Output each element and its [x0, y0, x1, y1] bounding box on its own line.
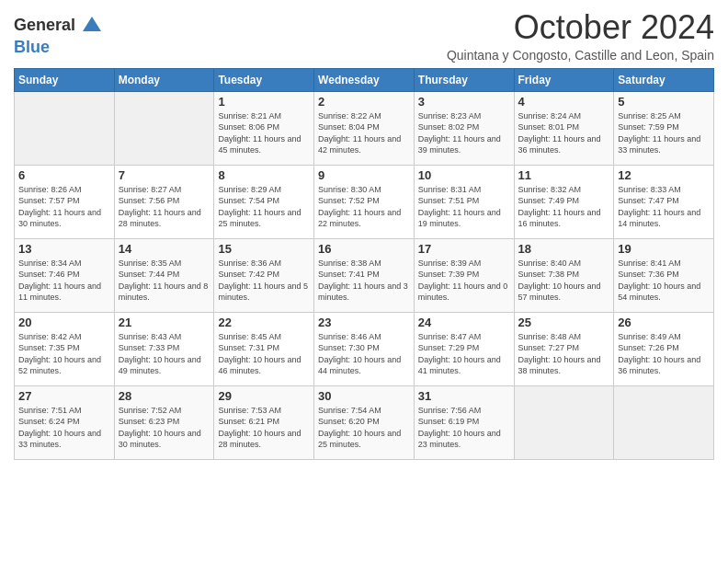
day-info: Sunrise: 8:35 AM Sunset: 7:44 PM Dayligh… — [119, 258, 210, 304]
day-info: Sunrise: 8:25 AM Sunset: 7:59 PM Dayligh… — [618, 110, 710, 156]
day-cell: 18Sunrise: 8:40 AM Sunset: 7:38 PM Dayli… — [514, 238, 614, 312]
day-info: Sunrise: 8:29 AM Sunset: 7:54 PM Dayligh… — [218, 184, 310, 230]
calendar-title: October 2024 — [447, 9, 714, 46]
day-cell: 8Sunrise: 8:29 AM Sunset: 7:54 PM Daylig… — [214, 165, 314, 238]
day-cell: 4Sunrise: 8:24 AM Sunset: 8:01 PM Daylig… — [514, 91, 614, 165]
week-row-3: 13Sunrise: 8:34 AM Sunset: 7:46 PM Dayli… — [15, 238, 714, 312]
calendar-page: General Blue October 2024 Quintana y Con… — [0, 0, 728, 563]
day-number: 18 — [518, 242, 610, 256]
day-info: Sunrise: 8:22 AM Sunset: 8:04 PM Dayligh… — [318, 110, 410, 156]
day-number: 8 — [218, 168, 310, 182]
col-friday: Friday — [514, 68, 614, 91]
day-info: Sunrise: 8:23 AM Sunset: 8:02 PM Dayligh… — [418, 110, 510, 156]
day-cell: 20Sunrise: 8:42 AM Sunset: 7:35 PM Dayli… — [15, 312, 115, 385]
day-cell: 17Sunrise: 8:39 AM Sunset: 7:39 PM Dayli… — [414, 238, 514, 312]
day-cell — [514, 385, 614, 459]
day-info: Sunrise: 8:34 AM Sunset: 7:46 PM Dayligh… — [18, 258, 110, 304]
day-number: 26 — [618, 316, 710, 329]
logo: General Blue — [14, 13, 105, 57]
day-info: Sunrise: 8:31 AM Sunset: 7:51 PM Dayligh… — [418, 184, 510, 230]
day-number: 9 — [318, 168, 410, 182]
day-cell: 27Sunrise: 7:51 AM Sunset: 6:24 PM Dayli… — [15, 385, 115, 459]
day-cell: 25Sunrise: 8:48 AM Sunset: 7:27 PM Dayli… — [514, 312, 614, 385]
day-number: 2 — [318, 95, 410, 109]
day-number: 1 — [218, 95, 310, 109]
day-cell: 15Sunrise: 8:36 AM Sunset: 7:42 PM Dayli… — [214, 238, 314, 312]
header-row: Sunday Monday Tuesday Wednesday Thursday… — [15, 68, 714, 91]
title-block: October 2024 Quintana y Congosto, Castil… — [447, 9, 714, 63]
day-cell: 19Sunrise: 8:41 AM Sunset: 7:36 PM Dayli… — [614, 238, 714, 312]
day-cell: 13Sunrise: 8:34 AM Sunset: 7:46 PM Dayli… — [15, 238, 115, 312]
day-cell: 6Sunrise: 8:26 AM Sunset: 7:57 PM Daylig… — [15, 165, 115, 238]
day-number: 29 — [218, 389, 310, 403]
day-info: Sunrise: 8:43 AM Sunset: 7:33 PM Dayligh… — [119, 331, 210, 377]
day-info: Sunrise: 8:33 AM Sunset: 7:47 PM Dayligh… — [618, 184, 710, 230]
day-number: 25 — [518, 316, 610, 329]
day-number: 22 — [218, 316, 310, 329]
day-number: 3 — [418, 95, 510, 109]
day-cell: 7Sunrise: 8:27 AM Sunset: 7:56 PM Daylig… — [114, 165, 214, 238]
day-number: 14 — [119, 242, 210, 256]
day-number: 30 — [318, 389, 410, 403]
week-row-4: 20Sunrise: 8:42 AM Sunset: 7:35 PM Dayli… — [15, 312, 714, 385]
day-number: 4 — [518, 95, 610, 109]
day-info: Sunrise: 7:56 AM Sunset: 6:19 PM Dayligh… — [418, 405, 510, 451]
day-number: 16 — [318, 242, 410, 256]
day-info: Sunrise: 8:46 AM Sunset: 7:30 PM Dayligh… — [318, 331, 410, 377]
col-thursday: Thursday — [414, 68, 514, 91]
logo-icon — [79, 13, 105, 39]
day-info: Sunrise: 7:54 AM Sunset: 6:20 PM Dayligh… — [318, 405, 410, 451]
day-cell: 23Sunrise: 8:46 AM Sunset: 7:30 PM Dayli… — [314, 312, 415, 385]
week-row-5: 27Sunrise: 7:51 AM Sunset: 6:24 PM Dayli… — [15, 385, 714, 459]
day-info: Sunrise: 8:27 AM Sunset: 7:56 PM Dayligh… — [119, 184, 210, 230]
day-number: 20 — [18, 316, 110, 329]
day-cell: 31Sunrise: 7:56 AM Sunset: 6:19 PM Dayli… — [414, 385, 514, 459]
day-number: 24 — [418, 316, 510, 329]
day-cell: 9Sunrise: 8:30 AM Sunset: 7:52 PM Daylig… — [314, 165, 415, 238]
day-number: 5 — [618, 95, 710, 109]
day-cell: 1Sunrise: 8:21 AM Sunset: 8:06 PM Daylig… — [214, 91, 314, 165]
day-info: Sunrise: 7:52 AM Sunset: 6:23 PM Dayligh… — [119, 405, 210, 451]
day-info: Sunrise: 7:51 AM Sunset: 6:24 PM Dayligh… — [18, 405, 110, 451]
day-info: Sunrise: 8:40 AM Sunset: 7:38 PM Dayligh… — [518, 258, 610, 304]
day-info: Sunrise: 8:39 AM Sunset: 7:39 PM Dayligh… — [418, 258, 510, 304]
day-cell: 10Sunrise: 8:31 AM Sunset: 7:51 PM Dayli… — [414, 165, 514, 238]
day-info: Sunrise: 8:30 AM Sunset: 7:52 PM Dayligh… — [318, 184, 410, 230]
day-number: 6 — [18, 168, 110, 182]
day-cell: 5Sunrise: 8:25 AM Sunset: 7:59 PM Daylig… — [614, 91, 714, 165]
col-tuesday: Tuesday — [214, 68, 314, 91]
day-cell: 14Sunrise: 8:35 AM Sunset: 7:44 PM Dayli… — [114, 238, 214, 312]
day-info: Sunrise: 8:45 AM Sunset: 7:31 PM Dayligh… — [218, 331, 310, 377]
day-number: 17 — [418, 242, 510, 256]
day-info: Sunrise: 8:36 AM Sunset: 7:42 PM Dayligh… — [218, 258, 310, 304]
day-info: Sunrise: 8:32 AM Sunset: 7:49 PM Dayligh… — [518, 184, 610, 230]
day-cell: 28Sunrise: 7:52 AM Sunset: 6:23 PM Dayli… — [114, 385, 214, 459]
day-cell: 2Sunrise: 8:22 AM Sunset: 8:04 PM Daylig… — [314, 91, 415, 165]
day-cell — [15, 91, 115, 165]
day-number: 7 — [119, 168, 210, 182]
day-info: Sunrise: 8:24 AM Sunset: 8:01 PM Dayligh… — [518, 110, 610, 156]
day-info: Sunrise: 8:41 AM Sunset: 7:36 PM Dayligh… — [618, 258, 710, 304]
day-number: 12 — [618, 168, 710, 182]
day-cell: 12Sunrise: 8:33 AM Sunset: 7:47 PM Dayli… — [614, 165, 714, 238]
day-cell: 21Sunrise: 8:43 AM Sunset: 7:33 PM Dayli… — [114, 312, 214, 385]
col-sunday: Sunday — [15, 68, 115, 91]
day-number: 19 — [618, 242, 710, 256]
week-row-1: 1Sunrise: 8:21 AM Sunset: 8:06 PM Daylig… — [15, 91, 714, 165]
day-cell: 22Sunrise: 8:45 AM Sunset: 7:31 PM Dayli… — [214, 312, 314, 385]
calendar-subtitle: Quintana y Congosto, Castille and Leon, … — [447, 48, 714, 63]
day-info: Sunrise: 8:26 AM Sunset: 7:57 PM Dayligh… — [18, 184, 110, 230]
header: General Blue October 2024 Quintana y Con… — [14, 9, 714, 63]
day-cell — [614, 385, 714, 459]
day-number: 23 — [318, 316, 410, 329]
day-info: Sunrise: 8:21 AM Sunset: 8:06 PM Dayligh… — [218, 110, 310, 156]
col-saturday: Saturday — [614, 68, 714, 91]
day-cell: 3Sunrise: 8:23 AM Sunset: 8:02 PM Daylig… — [414, 91, 514, 165]
day-number: 31 — [418, 389, 510, 403]
logo-text-general: General — [14, 17, 75, 35]
week-row-2: 6Sunrise: 8:26 AM Sunset: 7:57 PM Daylig… — [15, 165, 714, 238]
day-cell: 29Sunrise: 7:53 AM Sunset: 6:21 PM Dayli… — [214, 385, 314, 459]
day-number: 13 — [18, 242, 110, 256]
day-info: Sunrise: 7:53 AM Sunset: 6:21 PM Dayligh… — [218, 405, 310, 451]
day-info: Sunrise: 8:42 AM Sunset: 7:35 PM Dayligh… — [18, 331, 110, 377]
